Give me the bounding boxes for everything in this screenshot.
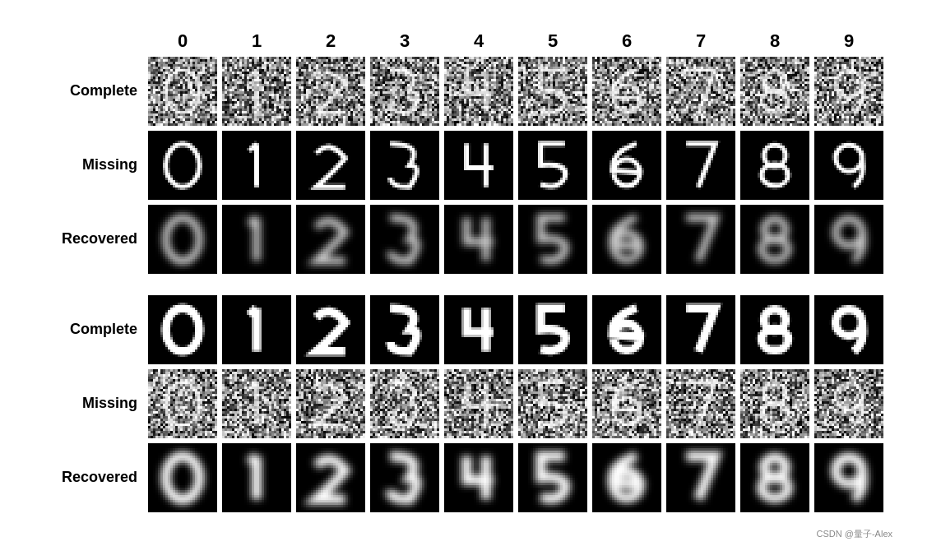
cell-r2-0 [146,442,220,514]
cell-r2-6 [590,442,664,514]
cell-m1-3 [368,129,442,201]
cell-r1-5 [516,203,590,275]
cell-m2-0 [146,368,220,440]
col-header-9: 9 [812,30,886,52]
cell-c1-1 [220,55,294,127]
section-1: Complete Missing [55,55,886,277]
row-missing-2: Missing [55,368,886,440]
col-header-6: 6 [590,30,664,52]
col-headers: 0 1 2 3 4 5 6 7 8 9 [146,30,886,52]
cell-m1-2 [294,129,368,201]
cell-m2-5 [516,368,590,440]
cell-m1-0 [146,129,220,201]
label-complete-2: Complete [55,321,146,338]
label-recovered-1: Recovered [55,230,146,248]
cell-m2-4 [442,368,516,440]
cell-m1-7 [664,129,738,201]
cell-m2-7 [664,368,738,440]
cell-c1-4 [442,55,516,127]
main-container: 0 1 2 3 4 5 6 7 8 9 Complete [39,14,902,547]
cell-r1-3 [368,203,442,275]
cell-c1-7 [664,55,738,127]
cell-r1-1 [220,203,294,275]
cell-r1-6 [590,203,664,275]
cell-c1-3 [368,55,442,127]
label-missing-2: Missing [55,395,146,412]
cell-m2-3 [368,368,442,440]
row-recovered-1: Recovered [55,203,886,275]
row-missing-1: Missing [55,129,886,201]
cell-c2-8 [738,294,812,366]
col-header-0: 0 [146,30,220,52]
row-recovered-2: Recovered [55,442,886,514]
cell-r2-1 [220,442,294,514]
cell-m1-5 [516,129,590,201]
col-header-5: 5 [516,30,590,52]
cell-c2-1 [220,294,294,366]
col-header-8: 8 [738,30,812,52]
cell-c1-0 [146,55,220,127]
cell-c2-9 [812,294,886,366]
cell-m2-6 [590,368,664,440]
col-header-1: 1 [220,30,294,52]
cell-r1-4 [442,203,516,275]
cell-r2-7 [664,442,738,514]
cell-r2-4 [442,442,516,514]
cell-r1-9 [812,203,886,275]
section-gap [55,284,886,294]
cell-r2-3 [368,442,442,514]
section-2: Complete Missing [55,294,886,516]
cell-c1-6 [590,55,664,127]
cell-c1-8 [738,55,812,127]
cell-c1-5 [516,55,590,127]
cell-m2-1 [220,368,294,440]
watermark: CSDN @量子-Alex [817,528,892,540]
cell-c2-7 [664,294,738,366]
label-missing-1: Missing [55,156,146,174]
label-complete-1: Complete [55,82,146,100]
cell-m2-8 [738,368,812,440]
cell-c2-5 [516,294,590,366]
cell-r1-2 [294,203,368,275]
cell-c2-3 [368,294,442,366]
cell-r1-8 [738,203,812,275]
col-header-4: 4 [442,30,516,52]
grid-wrapper: 0 1 2 3 4 5 6 7 8 9 Complete [55,30,886,522]
cell-c1-2 [294,55,368,127]
col-header-2: 2 [294,30,368,52]
cell-m1-6 [590,129,664,201]
cell-m1-4 [442,129,516,201]
cell-r2-8 [738,442,812,514]
row-complete-1: Complete [55,55,886,127]
row-complete-2: Complete [55,294,886,366]
cell-m2-2 [294,368,368,440]
cell-r2-5 [516,442,590,514]
cell-r2-9 [812,442,886,514]
cell-c2-0 [146,294,220,366]
cell-r1-0 [146,203,220,275]
cell-r1-7 [664,203,738,275]
cell-c2-4 [442,294,516,366]
cell-c2-6 [590,294,664,366]
label-recovered-2: Recovered [55,469,146,486]
cell-m1-9 [812,129,886,201]
cell-r2-2 [294,442,368,514]
cell-m1-8 [738,129,812,201]
cell-c2-2 [294,294,368,366]
col-header-7: 7 [664,30,738,52]
col-header-3: 3 [368,30,442,52]
cell-m2-9 [812,368,886,440]
cell-m1-1 [220,129,294,201]
cell-c1-9 [812,55,886,127]
